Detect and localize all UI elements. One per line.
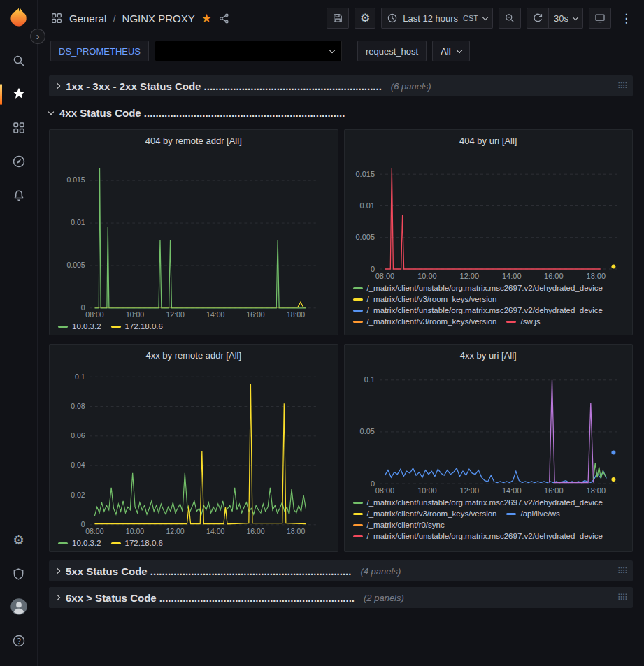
chevron-right-icon: [55, 83, 60, 89]
save-icon: [332, 13, 343, 24]
panel-title[interactable]: 404 by uri [All]: [352, 133, 626, 150]
chart-area[interactable]: 00.050.108:0010:0012:0014:0016:0018:00: [352, 364, 626, 495]
request-host-variable-select[interactable]: All: [432, 41, 469, 61]
y-axis-label: 0: [81, 304, 85, 312]
chart-area[interactable]: 00.0050.010.01508:0010:0012:0014:0016:00…: [57, 150, 331, 319]
share-icon[interactable]: [218, 13, 230, 24]
row-panel-count: (6 panels): [391, 81, 431, 92]
dashboards-nav-item[interactable]: [0, 113, 38, 143]
series-point: [611, 264, 615, 268]
panel-4xx-by-remote-addr: 4xx by remote addr [All] 00.020.040.060.…: [49, 344, 338, 552]
legend-item[interactable]: /_matrix/client/unstable/org.matrix.msc2…: [353, 306, 603, 314]
time-range-button[interactable]: Last 12 hours CST: [381, 8, 493, 29]
breadcrumb-section[interactable]: General: [69, 13, 106, 24]
chart-area[interactable]: 00.020.040.060.080.108:0010:0012:0014:00…: [57, 364, 331, 536]
datasource-variable-select[interactable]: [155, 41, 342, 61]
tv-mode-button[interactable]: [589, 8, 611, 29]
legend-item[interactable]: /_matrix/client/unstable/org.matrix.msc2…: [353, 532, 603, 540]
gear-icon: ⚙: [360, 13, 370, 24]
zoom-out-button[interactable]: [499, 8, 521, 29]
row-title: 4xx Status Code ........................…: [59, 107, 345, 119]
panel-4xx-by-uri: 4xx by uri [All] 00.050.108:0010:0012:00…: [344, 344, 634, 552]
legend-item[interactable]: /_matrix/client/r0/sync: [353, 521, 445, 529]
datasource-variable-label[interactable]: DS_PROMETHEUS: [50, 41, 149, 61]
legend-swatch: [58, 542, 68, 544]
panel-title[interactable]: 4xx by uri [All]: [352, 348, 626, 364]
legend-label: /_matrix/client/v3/room_keys/version: [367, 509, 497, 518]
legend-item[interactable]: 10.0.3.2: [58, 322, 101, 331]
chevron-down-icon: [573, 14, 578, 20]
series-point: [611, 477, 615, 482]
legend-item[interactable]: /_matrix/client/v3/room_keys/version: [353, 295, 497, 303]
refresh-interval-button[interactable]: 30s: [548, 8, 583, 29]
chart-canvas[interactable]: 00.050.108:0010:0012:0014:0016:0018:00: [352, 364, 626, 495]
starred-nav-item[interactable]: [0, 80, 38, 109]
row-drag-handle[interactable]: ⠿⠿: [617, 81, 627, 91]
favorite-star-icon[interactable]: ★: [201, 13, 212, 24]
legend-item[interactable]: /api/live/ws: [506, 509, 559, 518]
x-axis-label: 08:00: [85, 311, 103, 319]
legend-swatch: [353, 298, 363, 301]
explore-nav-item[interactable]: [0, 147, 38, 176]
series-line: [385, 468, 606, 483]
row-drag-handle[interactable]: ⠿⠿: [617, 593, 627, 602]
dashboard-title[interactable]: NGINX PROXY: [122, 13, 195, 24]
chart-canvas[interactable]: 00.0050.010.01508:0010:0012:0014:0016:00…: [352, 150, 626, 281]
grafana-app: ⚙ ? ›: [0, 0, 644, 666]
x-axis-label: 10:00: [417, 486, 437, 495]
profile-nav-item[interactable]: [0, 593, 38, 622]
chevron-down-icon: [329, 47, 335, 52]
legend-item[interactable]: 172.18.0.6: [111, 322, 163, 331]
legend-swatch: [353, 535, 363, 537]
chart-canvas[interactable]: 00.020.040.060.080.108:0010:0012:0014:00…: [57, 364, 331, 536]
topbar: General / NGINX PROXY ★ ⚙: [38, 0, 644, 36]
clock-icon: [387, 13, 398, 24]
dashboard-settings-button[interactable]: ⚙: [355, 8, 375, 29]
x-axis-label: 08:00: [375, 272, 394, 280]
y-axis-label: 0.01: [359, 201, 374, 210]
x-axis-label: 12:00: [166, 311, 185, 319]
legend-item[interactable]: /_matrix/client/unstable/org.matrix.msc2…: [353, 498, 603, 507]
server-admin-nav-item[interactable]: [0, 559, 38, 588]
avatar: [10, 598, 28, 618]
y-axis-label: 0.1: [364, 375, 374, 384]
apps-icon: [50, 12, 63, 24]
row-4xx[interactable]: 4xx Status Code ........................…: [49, 102, 633, 123]
legend-item[interactable]: /_matrix/client/v3/room_keys/version: [353, 509, 497, 518]
grafana-logo[interactable]: [7, 6, 31, 30]
row-1xx-3xx-2xx[interactable]: 1xx - 3xx - 2xx Status Code ............…: [49, 75, 633, 96]
y-axis-label: 0: [81, 521, 85, 528]
row-5xx[interactable]: 5xx Status Code ........................…: [49, 560, 633, 581]
refresh-button[interactable]: [527, 8, 548, 29]
save-dashboard-button[interactable]: [327, 8, 349, 29]
chart-canvas[interactable]: 00.0050.010.01508:0010:0012:0014:0016:00…: [57, 150, 331, 319]
legend-item[interactable]: 172.18.0.6: [111, 539, 163, 547]
request-host-variable-label: request_host: [357, 41, 427, 61]
alerting-nav-item[interactable]: [0, 180, 38, 210]
legend-item[interactable]: /_matrix/client/unstable/org.matrix.msc2…: [353, 284, 603, 292]
dashboards-icon: [12, 121, 26, 135]
legend-item[interactable]: 10.0.3.2: [58, 539, 101, 547]
x-axis-label: 12:00: [459, 272, 479, 280]
chevron-right-icon: [55, 568, 60, 574]
chart-area[interactable]: 00.0050.010.01508:0010:0012:0014:0016:00…: [352, 150, 626, 281]
row-title: 6xx > Status Code ......................…: [66, 592, 355, 604]
legend-label: 172.18.0.6: [125, 539, 163, 547]
row-drag-handle[interactable]: ⠿⠿: [617, 566, 627, 576]
legend-item[interactable]: /_matrix/client/v3/room_keys/version: [353, 317, 497, 326]
x-axis-label: 16:00: [544, 272, 564, 280]
panel-title[interactable]: 404 by remote addr [All]: [57, 133, 331, 150]
row-6xx[interactable]: 6xx > Status Code ......................…: [49, 587, 633, 608]
refresh-interval-label: 30s: [554, 13, 568, 24]
panel-title[interactable]: 4xx by remote addr [All]: [57, 348, 331, 364]
sidebar-collapse-button[interactable]: ›: [30, 29, 45, 44]
zoom-out-icon: [504, 13, 515, 24]
help-nav-item[interactable]: ?: [0, 626, 38, 656]
y-axis-label: 0: [370, 265, 374, 273]
legend-label: /sw.js: [520, 317, 540, 326]
legend-label: /api/live/ws: [520, 509, 559, 518]
legend-item[interactable]: /sw.js: [506, 317, 540, 326]
settings-nav-item[interactable]: ⚙: [0, 526, 38, 555]
search-nav-item[interactable]: [0, 46, 38, 75]
kebab-menu-icon[interactable]: ⋮: [617, 11, 636, 26]
